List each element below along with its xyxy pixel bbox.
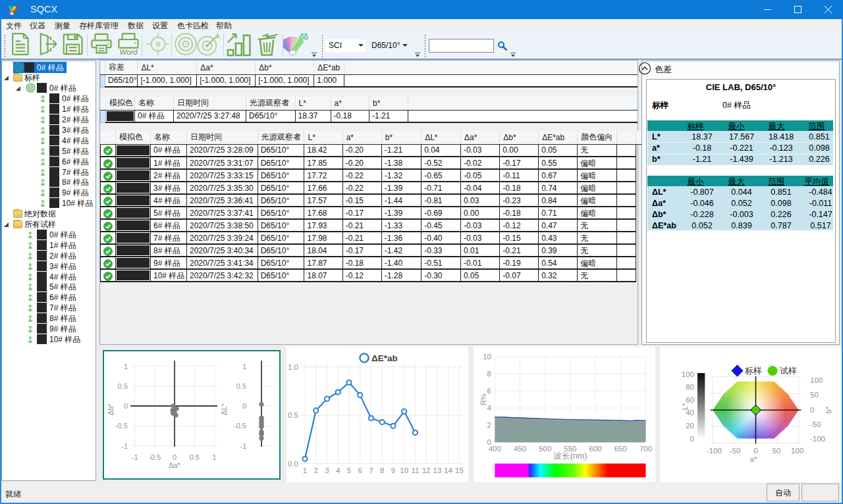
svg-text:4: 4	[336, 466, 340, 474]
svg-text:13: 13	[433, 466, 442, 474]
svg-text:1.0: 1.0	[288, 363, 298, 371]
svg-text:Δb*: Δb*	[107, 403, 115, 415]
svg-text:1: 1	[124, 363, 128, 370]
svg-text:波长(nm): 波长(nm)	[553, 451, 587, 461]
svg-text:450: 450	[514, 445, 526, 453]
svg-text:ΔL*: ΔL*	[220, 403, 228, 415]
svg-text:0.5: 0.5	[288, 411, 298, 419]
svg-text:10: 10	[400, 466, 408, 474]
svg-text:650: 650	[614, 445, 627, 453]
svg-text:500: 500	[539, 445, 551, 453]
svg-text:8: 8	[487, 370, 491, 378]
svg-text:-1: -1	[132, 453, 138, 461]
svg-text:7: 7	[369, 466, 373, 474]
svg-text:-0.5: -0.5	[148, 453, 161, 461]
svg-text:Δa*: Δa*	[169, 461, 180, 469]
svg-text:8: 8	[380, 466, 384, 474]
svg-text:15: 15	[455, 466, 464, 474]
svg-text:5: 5	[347, 466, 351, 474]
svg-text:14: 14	[444, 466, 452, 474]
svg-text:-1: -1	[121, 442, 128, 450]
svg-text:6: 6	[487, 387, 491, 395]
svg-text:600: 600	[589, 445, 602, 453]
svg-text:4: 4	[487, 404, 492, 412]
svg-text:0: 0	[173, 453, 177, 461]
svg-text:0.5: 0.5	[190, 453, 200, 461]
svg-text:6: 6	[358, 466, 362, 474]
svg-text:12: 12	[422, 466, 431, 474]
svg-text:1: 1	[303, 466, 307, 474]
svg-text:1: 1	[212, 453, 216, 461]
svg-text:-0.5: -0.5	[234, 422, 246, 430]
svg-text:2: 2	[313, 466, 317, 474]
svg-text:0.0: 0.0	[288, 460, 298, 468]
svg-text:2: 2	[487, 421, 491, 429]
svg-text:1: 1	[242, 363, 246, 370]
svg-text:-0.5: -0.5	[115, 422, 128, 430]
svg-text:0.5: 0.5	[236, 382, 246, 390]
svg-text:700: 700	[639, 445, 652, 453]
svg-text:9: 9	[391, 466, 395, 474]
svg-text:0.5: 0.5	[118, 382, 128, 390]
svg-text:3: 3	[325, 466, 329, 474]
svg-text:ΔE*ab: ΔE*ab	[371, 353, 398, 363]
svg-text:0: 0	[124, 402, 128, 410]
svg-text:0: 0	[242, 402, 246, 410]
svg-text:Word: Word	[119, 48, 138, 56]
svg-text:-1: -1	[240, 442, 246, 450]
svg-text:11: 11	[411, 466, 419, 474]
svg-text:R%: R%	[479, 393, 487, 405]
svg-text:10: 10	[483, 353, 491, 361]
svg-text:400: 400	[489, 445, 501, 453]
